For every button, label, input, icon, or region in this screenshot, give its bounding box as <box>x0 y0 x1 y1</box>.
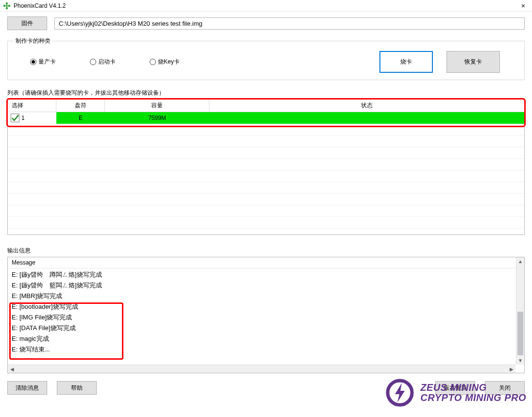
cell-capacity: 7599M <box>105 112 209 124</box>
scroll-left-arrow-icon[interactable]: ◀ <box>8 365 16 373</box>
log-line: E: [MBR]烧写完成 <box>12 291 520 301</box>
row-checkbox[interactable] <box>11 114 19 122</box>
cell-select[interactable]: 1 <box>8 112 56 124</box>
empty-grid-lines <box>8 124 524 229</box>
log-line: E: [鏃у晵绔 蹲闆ㄥ烙]烧写完成 <box>12 269 520 280</box>
horizontal-scrollbar[interactable]: ◀ ▶ <box>8 365 515 373</box>
list-section-label: 列表（请确保插入需要烧写的卡，并拔出其他移动存储设备） <box>7 89 525 97</box>
window-close-button[interactable]: × <box>517 2 529 10</box>
watermark-line1: ZEUS MINING <box>420 383 526 393</box>
output-body[interactable]: E: [鏃у晵绔 蹲闆ㄥ烙]烧写完成 E: [鏃у晵绔 籃闆ㄥ烙]烧写完成 E:… <box>8 268 524 364</box>
radio-boot-card[interactable]: 启动卡 <box>90 58 116 66</box>
col-status-header[interactable]: 状态 <box>209 100 524 112</box>
radio-group: 量产卡 启动卡 烧Key卡 <box>13 58 180 66</box>
col-drive-header[interactable]: 盘符 <box>56 100 105 112</box>
list-header-row: 选择 盘符 容量 状态 <box>8 100 524 112</box>
radio-mass-production[interactable]: 量产卡 <box>30 58 56 66</box>
col-capacity-header[interactable]: 容量 <box>105 100 209 112</box>
help-button[interactable]: 帮助 <box>57 381 97 395</box>
cell-drive: E <box>56 112 105 124</box>
radio-key-label: 烧Key卡 <box>158 58 180 66</box>
svg-point-2 <box>5 6 6 7</box>
output-header: Message <box>8 257 524 268</box>
cell-status <box>209 112 524 124</box>
svg-point-3 <box>7 6 8 7</box>
card-type-group: 制作卡的种类 量产卡 启动卡 烧Key卡 烧卡 恢复卡 <box>7 37 525 80</box>
firmware-row: 固件 C:\Users\yjkj02\Desktop\H3 M20 series… <box>7 17 525 30</box>
firmware-path-field[interactable]: C:\Users\yjkj02\Desktop\H3 M20 series te… <box>54 17 525 30</box>
output-section-label: 输出信息 <box>7 247 525 255</box>
output-message-box: Message E: [鏃у晵绔 蹲闆ㄥ烙]烧写完成 E: [鏃у晵绔 籃闆ㄥ烙… <box>7 257 525 373</box>
window-title: PhoenixCard V4.1.2 <box>14 2 517 9</box>
col-select-header[interactable]: 选择 <box>8 100 56 112</box>
scroll-down-arrow-icon[interactable]: ▼ <box>516 356 524 365</box>
restore-button[interactable]: 恢复卡 <box>446 51 500 73</box>
vertical-scrollbar[interactable]: ▲ ▼ <box>516 257 524 365</box>
checkmark-icon <box>11 114 19 122</box>
table-row[interactable]: 1 E 7599M <box>8 112 524 124</box>
window-titlebar: PhoenixCard V4.1.2 × <box>0 0 532 12</box>
log-line: E: [鏃у晵绔 籃闆ㄥ烙]烧写完成 <box>12 280 520 291</box>
scroll-right-arrow-icon[interactable]: ▶ <box>507 365 515 373</box>
watermark: ZEUS MINING CRYPTO MINING PRO <box>385 378 526 407</box>
radio-mass-label: 量产卡 <box>38 58 56 66</box>
watermark-line2: CRYPTO MINING PRO <box>420 393 526 403</box>
log-line: E: [IMG File]烧写完成 <box>12 312 520 323</box>
log-line: E: [bootloader]烧写完成 <box>12 301 520 312</box>
burn-button[interactable]: 烧卡 <box>379 51 433 73</box>
log-line: E: magic完成 <box>12 334 520 344</box>
drive-list-table[interactable]: 选择 盘符 容量 状态 1 E 7599M <box>7 99 525 235</box>
scrollbar-thumb[interactable] <box>517 312 523 355</box>
card-type-legend: 制作卡的种类 <box>14 37 52 45</box>
svg-point-1 <box>7 4 8 5</box>
lightning-circle-icon <box>385 378 414 407</box>
log-line: E: 烧写结束... <box>12 344 520 355</box>
firmware-button[interactable]: 固件 <box>7 17 47 30</box>
radio-boot-label: 启动卡 <box>98 58 116 66</box>
svg-point-0 <box>5 4 6 5</box>
clear-messages-button[interactable]: 清除消息 <box>7 381 47 395</box>
row-index: 1 <box>21 115 25 121</box>
app-icon <box>3 2 11 10</box>
log-line: E: [DATA File]烧写完成 <box>12 323 520 334</box>
radio-key-card[interactable]: 烧Key卡 <box>150 58 180 66</box>
scroll-up-arrow-icon[interactable]: ▲ <box>516 257 524 266</box>
